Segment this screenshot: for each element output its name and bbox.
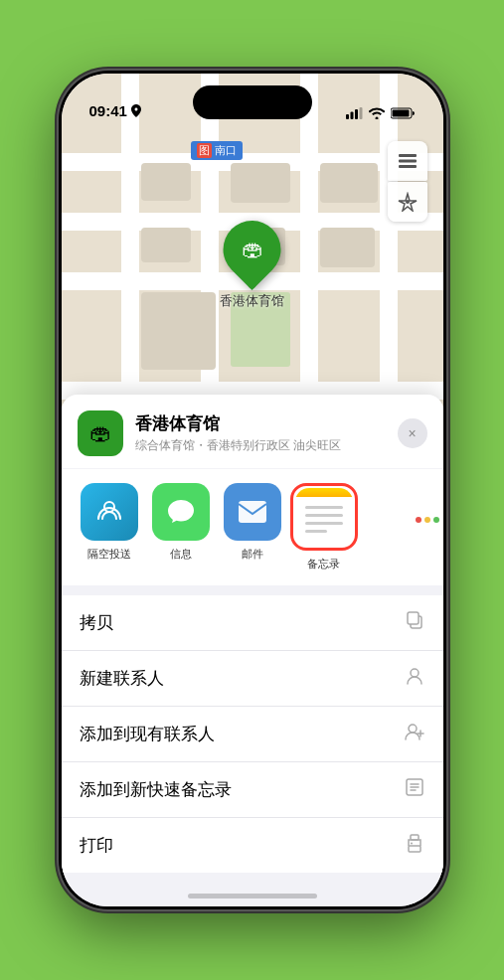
svg-rect-3 bbox=[359, 107, 362, 119]
action-new-contact-label: 新建联系人 bbox=[80, 667, 164, 690]
close-button[interactable]: × bbox=[398, 418, 427, 448]
notes-line bbox=[305, 506, 343, 509]
action-quick-note-label: 添加到新快速备忘录 bbox=[80, 778, 232, 801]
copy-icon bbox=[404, 609, 425, 636]
airdrop-icon bbox=[81, 483, 138, 541]
pin-venue-icon: 🏟 bbox=[242, 237, 263, 262]
svg-rect-8 bbox=[399, 165, 417, 168]
svg-point-19 bbox=[411, 843, 413, 845]
wifi-icon bbox=[369, 107, 385, 119]
action-add-quick-note[interactable]: 添加到新快速备忘录 bbox=[62, 762, 443, 818]
notes-selected-border bbox=[290, 483, 358, 551]
quick-note-icon bbox=[404, 776, 425, 803]
subway-line-indicator: 图 bbox=[197, 143, 212, 158]
action-print[interactable]: 打印 bbox=[62, 818, 443, 873]
svg-rect-6 bbox=[399, 154, 417, 157]
print-icon bbox=[404, 832, 425, 859]
action-copy-label: 拷贝 bbox=[80, 611, 113, 634]
status-time: 09:41 bbox=[89, 102, 127, 119]
more-dot-green bbox=[433, 517, 439, 523]
action-new-contact[interactable]: 新建联系人 bbox=[62, 651, 443, 707]
notes-icon bbox=[295, 488, 353, 546]
action-print-label: 打印 bbox=[80, 834, 113, 857]
signal-icon bbox=[346, 107, 363, 119]
mail-label: 邮件 bbox=[242, 547, 263, 562]
more-dot-red bbox=[416, 517, 421, 523]
venue-info: 香港体育馆 综合体育馆・香港特别行政区 油尖旺区 bbox=[135, 412, 386, 454]
map-building bbox=[320, 163, 378, 203]
svg-point-15 bbox=[409, 725, 417, 733]
svg-rect-13 bbox=[408, 612, 419, 624]
pin-circle: 🏟 bbox=[211, 209, 292, 290]
share-airdrop[interactable]: 隔空投送 bbox=[74, 483, 145, 572]
action-copy[interactable]: 拷贝 bbox=[62, 595, 443, 651]
notes-label: 备忘录 bbox=[307, 557, 340, 572]
messages-icon bbox=[152, 483, 210, 541]
map-controls bbox=[388, 141, 427, 222]
svg-point-14 bbox=[411, 669, 419, 677]
map-layers-icon bbox=[397, 150, 419, 172]
more-apps-indicator bbox=[404, 469, 443, 585]
battery-icon bbox=[391, 107, 416, 119]
person-svg-icon bbox=[404, 665, 425, 687]
add-contact-icon bbox=[404, 721, 425, 747]
notes-lines bbox=[305, 506, 343, 538]
svg-rect-17 bbox=[409, 846, 420, 852]
phone-screen: 09:41 bbox=[62, 74, 443, 906]
notes-line bbox=[305, 522, 343, 525]
messages-label: 信息 bbox=[170, 547, 192, 562]
dynamic-island bbox=[193, 85, 312, 119]
note-svg-icon bbox=[404, 776, 425, 798]
new-contact-icon bbox=[404, 665, 425, 692]
share-mail[interactable]: 邮件 bbox=[217, 483, 288, 572]
notes-line bbox=[305, 514, 343, 517]
airdrop-symbol bbox=[94, 497, 124, 527]
action-list: 拷贝 新建联系人 bbox=[62, 595, 443, 873]
subway-label-text: 南口 bbox=[215, 143, 237, 158]
map-building bbox=[320, 228, 375, 267]
bottom-sheet: 🏟 香港体育馆 综合体育馆・香港特别行政区 油尖旺区 × bbox=[62, 395, 443, 906]
map-building bbox=[231, 163, 290, 203]
map-pin: 🏟 香港体育馆 bbox=[220, 221, 284, 310]
more-dot-yellow bbox=[424, 517, 430, 523]
status-icons bbox=[346, 107, 416, 119]
copy-svg-icon bbox=[404, 609, 425, 631]
action-add-existing-contact[interactable]: 添加到现有联系人 bbox=[62, 707, 443, 762]
map-building bbox=[141, 163, 191, 201]
venue-description: 综合体育馆・香港特别行政区 油尖旺区 bbox=[135, 437, 386, 454]
phone-frame: 09:41 bbox=[59, 71, 446, 909]
pin-label: 香港体育馆 bbox=[220, 292, 284, 310]
subway-label: 图 南口 bbox=[191, 141, 243, 160]
mail-icon bbox=[224, 483, 281, 541]
svg-rect-7 bbox=[399, 160, 417, 163]
messages-symbol bbox=[165, 497, 197, 527]
map-building bbox=[141, 292, 216, 370]
action-add-existing-label: 添加到现有联系人 bbox=[80, 723, 215, 745]
svg-rect-0 bbox=[346, 114, 349, 119]
svg-rect-5 bbox=[392, 110, 409, 117]
location-icon bbox=[131, 104, 141, 117]
home-indicator bbox=[188, 894, 317, 898]
map-type-button[interactable] bbox=[388, 141, 427, 181]
print-svg-icon bbox=[404, 832, 425, 854]
svg-rect-11 bbox=[239, 501, 266, 523]
map-building bbox=[141, 228, 191, 262]
svg-rect-18 bbox=[411, 835, 419, 840]
notes-line bbox=[305, 530, 328, 533]
mail-symbol bbox=[237, 499, 268, 525]
svg-rect-2 bbox=[355, 109, 358, 119]
person-add-svg-icon bbox=[404, 721, 425, 742]
svg-rect-1 bbox=[350, 112, 353, 120]
compass-icon bbox=[398, 192, 418, 212]
airdrop-label: 隔空投送 bbox=[87, 547, 131, 562]
share-notes[interactable]: 备忘录 bbox=[288, 483, 360, 572]
share-messages[interactable]: 信息 bbox=[145, 483, 217, 572]
sheet-header: 🏟 香港体育馆 综合体育馆・香港特别行政区 油尖旺区 × bbox=[62, 395, 443, 468]
share-apps-row: 隔空投送 信息 bbox=[62, 469, 443, 585]
venue-icon: 🏟 bbox=[78, 410, 123, 456]
svg-point-9 bbox=[406, 200, 410, 204]
location-button[interactable] bbox=[388, 182, 427, 222]
venue-name: 香港体育馆 bbox=[135, 412, 386, 435]
